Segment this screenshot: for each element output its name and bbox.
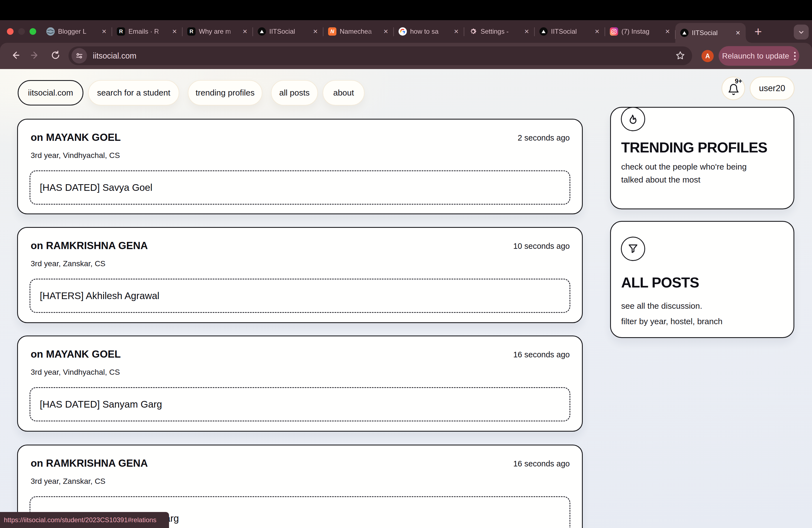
r-app-icon: R bbox=[187, 27, 195, 35]
bookmark-star-icon[interactable] bbox=[675, 50, 685, 62]
back-button[interactable] bbox=[6, 47, 24, 64]
post-subject-meta: 3rd year, Vindhyachal, CS bbox=[31, 151, 120, 160]
tab-namecheap[interactable]: N Namechea × bbox=[323, 20, 394, 43]
globe-icon bbox=[46, 27, 55, 35]
post-subject-meta: 3rd year, Zanskar, CS bbox=[31, 477, 105, 486]
tab-search-button[interactable] bbox=[794, 25, 809, 40]
new-tab-button[interactable]: + bbox=[751, 24, 766, 39]
filter-funnel-icon bbox=[621, 237, 645, 261]
post-card[interactable]: on MAYANK GOEL 2 seconds ago 3rd year, V… bbox=[17, 119, 583, 214]
post-subject[interactable]: on RAMKRISHNA GENA bbox=[31, 240, 148, 252]
notifications-button[interactable]: 9+ bbox=[721, 76, 745, 100]
tab-why-are[interactable]: R Why are m × bbox=[182, 20, 253, 43]
close-icon[interactable]: × bbox=[665, 28, 670, 35]
zoom-window-button[interactable] bbox=[30, 28, 36, 35]
bell-icon bbox=[727, 84, 740, 96]
tab-title: IITSocial bbox=[692, 29, 732, 37]
site-logo-button[interactable]: iitsocial.com bbox=[18, 80, 83, 105]
post-subject[interactable]: on MAYANK GOEL bbox=[31, 349, 121, 360]
post-timestamp: 10 seconds ago bbox=[513, 241, 570, 251]
browser-menu-icon[interactable] bbox=[794, 52, 796, 60]
nav-about[interactable]: about bbox=[323, 80, 365, 105]
close-icon[interactable]: × bbox=[383, 28, 389, 35]
window-top-bar bbox=[0, 0, 812, 20]
nav-trending-profiles[interactable]: trending profiles bbox=[188, 80, 262, 105]
tabs: Blogger L × R Emails · R × R Why are m ×… bbox=[41, 20, 746, 43]
tab-iitsocial-1[interactable]: IITSocial × bbox=[253, 20, 323, 43]
trending-title: TRENDING PROFILES bbox=[621, 139, 767, 156]
post-card[interactable]: on MAYANK GOEL 16 seconds ago 3rd year, … bbox=[17, 336, 583, 431]
all-posts-line1: see all the discussion. bbox=[621, 301, 702, 311]
tab-title: (7) Instag bbox=[621, 28, 662, 35]
post-timestamp: 16 seconds ago bbox=[513, 459, 570, 468]
relaunch-label: Relaunch to update bbox=[722, 52, 789, 60]
tab-instagram[interactable]: (7) Instag × bbox=[605, 20, 675, 43]
site-settings-icon[interactable] bbox=[72, 48, 87, 63]
tab-google-search[interactable]: how to sa × bbox=[394, 20, 464, 43]
tab-iitsocial-active[interactable]: IITSocial × bbox=[675, 23, 746, 43]
tab-title: Blogger L bbox=[58, 28, 98, 35]
nav-all-posts[interactable]: all posts bbox=[271, 80, 318, 105]
post-relation-box[interactable]: [HATERS] Akhilesh Agrawal bbox=[30, 279, 570, 313]
traffic-lights bbox=[7, 28, 36, 35]
close-icon[interactable]: × bbox=[101, 28, 107, 35]
tab-title: Emails · R bbox=[128, 28, 169, 35]
tab-iitsocial-2[interactable]: IITSocial × bbox=[534, 20, 605, 43]
chevron-down-icon bbox=[800, 31, 803, 33]
tab-emails[interactable]: R Emails · R × bbox=[112, 20, 182, 43]
all-posts-title: ALL POSTS bbox=[621, 274, 699, 291]
url-text[interactable]: iitsocial.com bbox=[93, 46, 136, 65]
tab-blogger[interactable]: Blogger L × bbox=[41, 20, 112, 43]
browser-chrome: Blogger L × R Emails · R × R Why are m ×… bbox=[0, 20, 812, 69]
post-relation-box[interactable]: [HAS DATED] Savya Goel bbox=[30, 171, 570, 205]
close-icon[interactable]: × bbox=[735, 29, 741, 37]
close-icon[interactable]: × bbox=[524, 28, 530, 35]
browser-toolbar: iitsocial.com A Relaunch to update bbox=[0, 43, 812, 69]
tab-title: Why are m bbox=[199, 28, 239, 35]
relaunch-to-update-button[interactable]: Relaunch to update bbox=[719, 46, 799, 66]
link-preview-statusbar: https://iitsocial.com/student/2023CS1039… bbox=[0, 512, 169, 528]
post-subject-meta: 3rd year, Zanskar, CS bbox=[31, 259, 105, 268]
user-menu-button[interactable]: user20 bbox=[750, 76, 795, 100]
nav-search-for-a-student[interactable]: search for a student bbox=[88, 80, 179, 105]
close-icon[interactable]: × bbox=[172, 28, 177, 35]
all-posts-card[interactable]: ALL POSTS see all the discussion. filter… bbox=[610, 221, 794, 338]
minimize-window-button[interactable] bbox=[18, 28, 25, 35]
iitsocial-icon bbox=[539, 27, 548, 35]
profile-avatar[interactable]: A bbox=[701, 50, 714, 62]
instagram-icon bbox=[610, 27, 618, 35]
page-content: iitsocial.com search for a student trend… bbox=[0, 69, 812, 528]
post-subject-meta: 3rd year, Vindhyachal, CS bbox=[31, 368, 120, 377]
iitsocial-icon bbox=[258, 27, 266, 35]
tab-settings[interactable]: Settings - × bbox=[464, 20, 534, 43]
close-icon[interactable]: × bbox=[594, 28, 600, 35]
post-timestamp: 2 seconds ago bbox=[518, 133, 570, 143]
tab-title: Settings - bbox=[481, 28, 521, 35]
close-icon[interactable]: × bbox=[242, 28, 248, 35]
post-subject[interactable]: on RAMKRISHNA GENA bbox=[31, 458, 148, 469]
post-subject[interactable]: on MAYANK GOEL bbox=[31, 132, 121, 143]
flame-icon bbox=[621, 107, 645, 131]
all-posts-line2: filter by year, hostel, branch bbox=[621, 317, 723, 326]
reload-button[interactable] bbox=[47, 47, 64, 64]
r-app-icon: R bbox=[117, 27, 125, 35]
google-icon bbox=[398, 27, 407, 35]
tab-strip: Blogger L × R Emails · R × R Why are m ×… bbox=[0, 20, 812, 43]
tab-title: IITSocial bbox=[269, 28, 309, 35]
tab-title: IITSocial bbox=[551, 28, 591, 35]
address-bar[interactable]: iitsocial.com bbox=[69, 46, 692, 65]
tab-title: Namechea bbox=[340, 28, 380, 35]
forward-button[interactable] bbox=[27, 47, 44, 64]
trending-profiles-card[interactable]: TRENDING PROFILES check out the people w… bbox=[610, 107, 794, 209]
post-relation-box[interactable]: [HAS DATED] Sanyam Garg bbox=[30, 387, 570, 421]
close-window-button[interactable] bbox=[7, 28, 14, 35]
tab-title: how to sa bbox=[410, 28, 450, 35]
post-timestamp: 16 seconds ago bbox=[513, 350, 570, 359]
notification-count-badge: 9+ bbox=[735, 78, 742, 85]
post-card[interactable]: on RAMKRISHNA GENA 10 seconds ago 3rd ye… bbox=[17, 227, 583, 323]
close-icon[interactable]: × bbox=[453, 28, 459, 35]
trending-description: check out the people who're being talked… bbox=[621, 160, 765, 186]
namecheap-icon: N bbox=[328, 27, 336, 35]
gear-icon bbox=[469, 27, 477, 35]
close-icon[interactable]: × bbox=[313, 28, 318, 35]
